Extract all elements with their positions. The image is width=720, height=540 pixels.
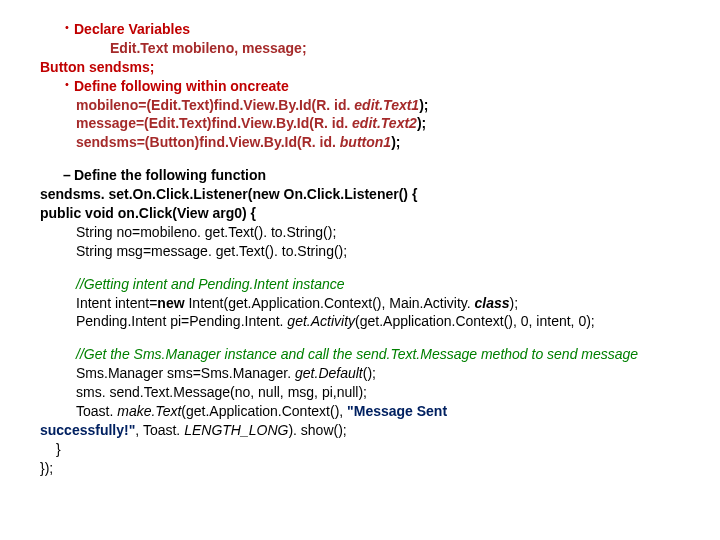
- code-fragment: sendsms. set.On.Click.Listener(: [40, 186, 252, 202]
- code-line: Toast. make.Text(get.Application.Context…: [76, 402, 680, 421]
- code-line: }: [56, 440, 680, 459]
- bullet-icon: •: [60, 77, 74, 96]
- code-fragment: Intent intent=: [76, 295, 157, 311]
- code-line: Pending.Intent pi=Pending.Intent. get.Ac…: [76, 312, 680, 331]
- code-line: });: [40, 459, 680, 478]
- code-fragment: );: [391, 134, 400, 150]
- code-fragment: Intent(get.Application.Context(), Main.A…: [188, 295, 474, 311]
- code-line: successfully!", Toast. LENGTH_LONG). sho…: [40, 421, 680, 440]
- code-line: sendsms. set.On.Click.Listener(new On.Cl…: [40, 185, 680, 204]
- code-fragment: edit.Text1: [354, 97, 419, 113]
- bullet-declare-vars: • Declare Variables: [60, 20, 680, 39]
- code-fragment: sendsms=(Button)find.View.By.Id(R. id.: [76, 134, 340, 150]
- code-fragment: button1: [340, 134, 391, 150]
- dash-define-function: – Define the following function: [60, 166, 680, 185]
- code-fragment: new: [157, 295, 188, 311]
- code-line: String no=mobileno. get.Text(). to.Strin…: [76, 223, 680, 242]
- dash-icon: –: [60, 166, 74, 185]
- bullet-icon: •: [60, 20, 74, 39]
- code-fragment: class: [475, 295, 510, 311]
- code-fragment: LENGTH_LONG: [184, 422, 288, 438]
- bullet-oncreate: • Define following within oncreate: [60, 77, 680, 96]
- code-line: sms. send.Text.Message(no, null, msg, pi…: [76, 383, 680, 402]
- code-line: mobileno=(Edit.Text)find.View.By.Id(R. i…: [76, 96, 680, 115]
- code-fragment: new: [252, 186, 283, 202]
- code-fragment: Sms.Manager sms=Sms.Manager.: [76, 365, 295, 381]
- code-fragment: "Message Sent: [347, 403, 447, 419]
- code-line: message=(Edit.Text)find.View.By.Id(R. id…: [76, 114, 680, 133]
- code-fragment: mobileno=(Edit.Text)find.View.By.Id(R. i…: [76, 97, 354, 113]
- code-fragment: get.Activity: [287, 313, 355, 329]
- code-comment: //Get the Sms.Manager instance and call …: [76, 345, 680, 364]
- code-fragment: message=(Edit.Text)find.View.By.Id(R. id…: [76, 115, 352, 131]
- slide-content: • Declare Variables Edit.Text mobileno, …: [0, 0, 720, 488]
- code-fragment: on.Click(View arg0) {: [118, 205, 256, 221]
- code-fragment: );: [417, 115, 426, 131]
- code-line: Button sendsms;: [40, 58, 680, 77]
- code-fragment: );: [510, 295, 519, 311]
- code-line: sendsms=(Button)find.View.By.Id(R. id. b…: [76, 133, 680, 152]
- code-fragment: On.Click.Listener() {: [284, 186, 418, 202]
- code-line: String msg=message. get.Text(). to.Strin…: [76, 242, 680, 261]
- code-line: Sms.Manager sms=Sms.Manager. get.Default…: [76, 364, 680, 383]
- dash-label: Define the following function: [74, 166, 266, 185]
- code-fragment: edit.Text2: [352, 115, 417, 131]
- code-line: Intent intent=new Intent(get.Application…: [76, 294, 680, 313]
- code-fragment: Pending.Intent pi=Pending.Intent.: [76, 313, 287, 329]
- code-fragment: Toast.: [76, 403, 117, 419]
- code-fragment: ();: [363, 365, 376, 381]
- bullet-label: Define following within oncreate: [74, 77, 289, 96]
- code-fragment: public void: [40, 205, 118, 221]
- code-fragment: make.Text: [117, 403, 181, 419]
- code-fragment: ). show();: [288, 422, 346, 438]
- code-line: Edit.Text mobileno, message;: [110, 39, 680, 58]
- code-fragment: get.Default: [295, 365, 363, 381]
- code-comment: //Getting intent and Pending.Intent inst…: [76, 275, 680, 294]
- code-fragment: (get.Application.Context(),: [181, 403, 347, 419]
- code-line: public void on.Click(View arg0) {: [40, 204, 680, 223]
- bullet-label: Declare Variables: [74, 20, 190, 39]
- code-fragment: (get.Application.Context(), 0, intent, 0…: [355, 313, 595, 329]
- code-fragment: successfully!": [40, 422, 135, 438]
- code-fragment: );: [419, 97, 428, 113]
- code-fragment: , Toast.: [135, 422, 184, 438]
